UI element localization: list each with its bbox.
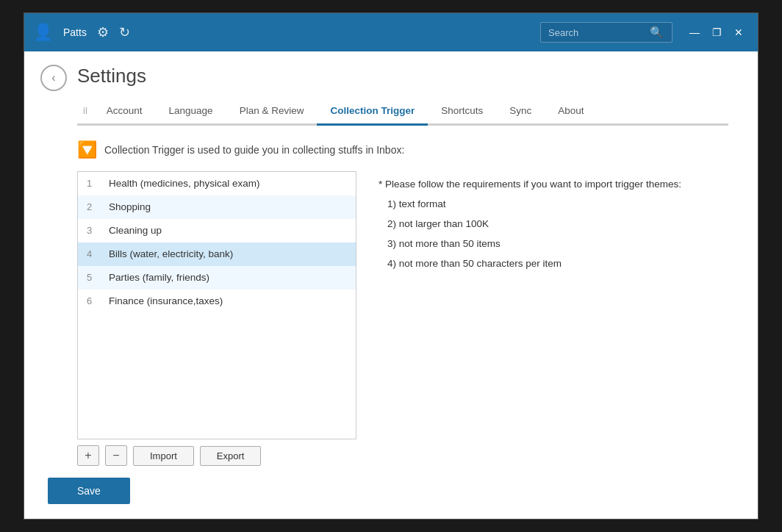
item-label: Shopping <box>109 201 151 212</box>
search-input[interactable] <box>548 27 644 38</box>
item-number: 1 <box>87 178 103 189</box>
titlebar-left: 👤 Patts ⚙ ↻ <box>33 24 540 40</box>
list-item[interactable]: 3Cleaning up <box>78 219 356 242</box>
list-item[interactable]: 2Shopping <box>78 195 356 219</box>
item-label: Health (medicines, physical exam) <box>109 178 260 189</box>
refresh-icon[interactable]: ↻ <box>119 24 130 40</box>
back-button[interactable]: ‹ <box>40 65 67 91</box>
titlebar-controls: — ❐ ✕ <box>684 22 749 43</box>
save-button[interactable]: Save <box>48 478 130 504</box>
funnel-icon: 🔽 <box>77 140 97 159</box>
search-box[interactable]: 🔍 <box>540 22 672 43</box>
item-number: 2 <box>87 201 103 212</box>
titlebar: 👤 Patts ⚙ ↻ 🔍 — ❐ ✕ <box>24 13 758 51</box>
settings-icon[interactable]: ⚙ <box>97 24 109 40</box>
item-label: Bills (water, electricity, bank) <box>109 248 233 259</box>
app-window: 👤 Patts ⚙ ↻ 🔍 — ❐ ✕ ‹ Settings il Accoun… <box>24 12 758 520</box>
info-title: * Please follow the requirements if you … <box>379 174 728 194</box>
tab-account[interactable]: Account <box>93 98 156 126</box>
search-icon: 🔍 <box>650 26 664 39</box>
close-button[interactable]: ✕ <box>728 22 749 43</box>
item-label: Cleaning up <box>109 225 162 236</box>
info-line: 3) not more than 50 items <box>379 234 728 254</box>
trigger-list: 1Health (medicines, physical exam)2Shopp… <box>78 172 356 439</box>
section-description: Collection Trigger is used to guide you … <box>104 144 404 156</box>
item-number: 6 <box>87 295 103 306</box>
list-item[interactable]: 6Finance (insurance,taxes) <box>78 290 356 313</box>
back-area: ‹ <box>40 65 67 91</box>
import-button[interactable]: Import <box>133 446 194 466</box>
list-item[interactable]: 5Parties (family, friends) <box>78 266 356 290</box>
main-columns: 1Health (medicines, physical exam)2Shopp… <box>77 171 728 439</box>
list-column: 1Health (medicines, physical exam)2Shopp… <box>77 171 356 439</box>
export-button[interactable]: Export <box>200 446 262 466</box>
item-label: Parties (family, friends) <box>109 272 209 283</box>
info-line: 2) not larger than 100K <box>379 214 728 234</box>
main-content: Settings il Account Language Plan & Revi… <box>24 51 758 466</box>
tab-shortcuts[interactable]: Shortcuts <box>428 98 496 126</box>
info-line: 1) text format <box>379 194 728 214</box>
item-label: Finance (insurance,taxes) <box>109 295 223 306</box>
tab-plan-review[interactable]: Plan & Review <box>226 98 318 126</box>
item-number: 4 <box>87 248 103 259</box>
user-name: Patts <box>63 26 87 38</box>
tab-partial[interactable]: il <box>77 98 93 126</box>
list-actions: + − Import Export <box>77 439 728 466</box>
tab-collection-trigger[interactable]: Collection Trigger <box>317 98 428 126</box>
list-item[interactable]: 1Health (medicines, physical exam) <box>78 172 356 195</box>
tab-language[interactable]: Language <box>156 98 226 126</box>
info-column: * Please follow the requirements if you … <box>371 171 728 439</box>
list-item[interactable]: 4Bills (water, electricity, bank) <box>78 242 356 266</box>
user-icon: 👤 <box>33 24 53 40</box>
minimize-button[interactable]: — <box>684 22 705 43</box>
tab-content-collection-trigger: 🔽 Collection Trigger is used to guide yo… <box>54 126 728 466</box>
info-line: 4) not more than 50 characters per item <box>379 254 728 273</box>
tab-sync[interactable]: Sync <box>496 98 545 126</box>
add-item-button[interactable]: + <box>77 445 99 466</box>
tab-about[interactable]: About <box>545 98 597 126</box>
footer: Save <box>24 466 758 519</box>
section-header: 🔽 Collection Trigger is used to guide yo… <box>77 140 728 159</box>
maximize-button[interactable]: ❐ <box>706 22 727 43</box>
item-number: 3 <box>87 225 103 236</box>
item-number: 5 <box>87 272 103 283</box>
tabs-bar: il Account Language Plan & Review Collec… <box>77 98 728 126</box>
remove-item-button[interactable]: − <box>105 445 127 466</box>
page-title: Settings <box>77 65 728 87</box>
info-text: * Please follow the requirements if you … <box>379 174 728 273</box>
